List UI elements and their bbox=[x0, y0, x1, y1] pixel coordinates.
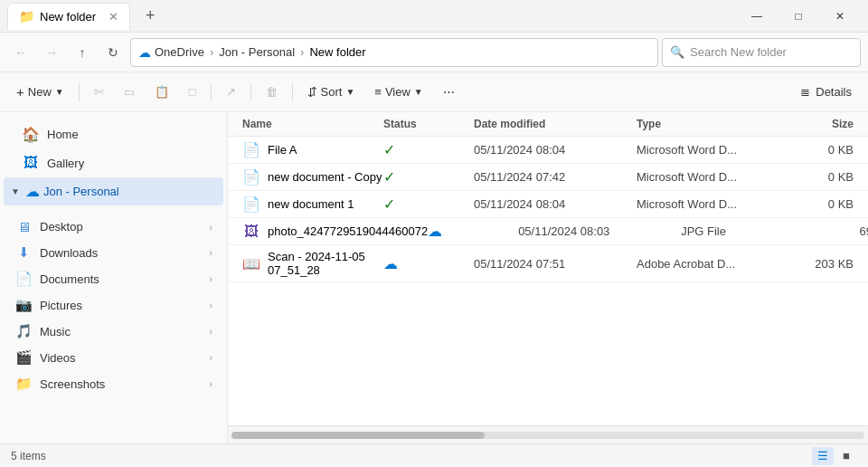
search-bar[interactable]: 🔍 Search New folder bbox=[662, 38, 861, 67]
toolbar-separator-4 bbox=[292, 83, 293, 101]
sidebar: 🏠 Home 🖼 Gallery ▼ ☁ Jon - Personal 🖥 De… bbox=[0, 112, 228, 443]
breadcrumb-jon-personal[interactable]: Jon - Personal bbox=[219, 45, 295, 59]
titlebar-tab[interactable]: 📁 New folder ✕ bbox=[7, 3, 130, 30]
sidebar-item-documents[interactable]: 📄 Documents › bbox=[4, 266, 223, 291]
file-list: 📄 File A ✓ 05/11/2024 08:04 Microsoft Wo… bbox=[228, 137, 868, 425]
sidebar-item-pictures[interactable]: 📷 Pictures › bbox=[4, 292, 223, 318]
sidebar-label-gallery: Gallery bbox=[47, 157, 84, 170]
sidebar-label-desktop: Desktop bbox=[40, 220, 83, 234]
file-date-3: 05/11/2024 08:03 bbox=[518, 224, 681, 238]
col-status[interactable]: Status bbox=[383, 118, 474, 130]
back-button[interactable]: ← bbox=[7, 39, 34, 66]
address-bar[interactable]: ☁ OneDrive › Jon - Personal › New folder bbox=[130, 38, 658, 67]
minimize-button[interactable]: — bbox=[736, 0, 778, 33]
forward-button[interactable]: → bbox=[38, 39, 65, 66]
sidebar-label-home: Home bbox=[47, 128, 79, 141]
sort-chevron: ▼ bbox=[345, 87, 354, 97]
sidebar-item-screenshots[interactable]: 📁 Screenshots › bbox=[4, 371, 223, 396]
new-icon: + bbox=[16, 84, 24, 100]
breadcrumb-current[interactable]: New folder bbox=[309, 45, 365, 59]
titlebar: 📁 New folder ✕ + — □ ✕ bbox=[0, 0, 868, 33]
synced-icon: ✓ bbox=[383, 169, 395, 185]
table-row[interactable]: 📄 new document 1 ✓ 05/11/2024 08:04 Micr… bbox=[228, 191, 868, 218]
delete-button[interactable]: 🗑 bbox=[257, 78, 287, 107]
file-name-2: 📄 new document 1 bbox=[242, 195, 383, 213]
col-type[interactable]: Type bbox=[637, 118, 781, 130]
paste-button[interactable]: 📋 bbox=[146, 78, 178, 107]
pdf-icon: 📖 bbox=[242, 255, 260, 272]
sidebar-item-downloads[interactable]: ⬇ Downloads › bbox=[4, 240, 223, 265]
file-label-0: File A bbox=[268, 143, 297, 157]
col-date[interactable]: Date modified bbox=[474, 118, 637, 130]
file-name-4: 📖 Scan - 2024-11-05 07_51_28 bbox=[242, 250, 383, 277]
folder-icon: 📁 bbox=[19, 9, 34, 24]
documents-icon: 📄 bbox=[14, 271, 33, 287]
pin-icon-screenshots: › bbox=[209, 378, 212, 389]
refresh-button[interactable]: ↻ bbox=[99, 39, 127, 66]
statusbar: 5 items ☰ ■ bbox=[0, 443, 868, 467]
table-row[interactable]: 📖 Scan - 2024-11-05 07_51_28 ☁ 05/11/202… bbox=[228, 245, 868, 282]
sidebar-label-music: Music bbox=[40, 325, 71, 338]
sidebar-item-desktop[interactable]: 🖥 Desktop › bbox=[4, 214, 223, 239]
sidebar-item-gallery[interactable]: 🖼 Gallery bbox=[4, 149, 223, 176]
up-button[interactable]: ↑ bbox=[69, 39, 96, 66]
close-button[interactable]: ✕ bbox=[819, 0, 861, 33]
downloads-icon: ⬇ bbox=[14, 244, 33, 261]
scrollbar-thumb[interactable] bbox=[231, 432, 485, 439]
table-row[interactable]: 📄 File A ✓ 05/11/2024 08:04 Microsoft Wo… bbox=[228, 137, 868, 164]
sidebar-item-music[interactable]: 🎵 Music › bbox=[4, 319, 223, 344]
content-area: Name Status Date modified Type Size 📄 Fi… bbox=[228, 112, 868, 443]
file-label-1: new document - Copy bbox=[268, 170, 382, 184]
sidebar-item-jon-personal[interactable]: ▼ ☁ Jon - Personal bbox=[4, 177, 223, 205]
col-name[interactable]: Name bbox=[242, 118, 383, 130]
sidebar-label-downloads: Downloads bbox=[40, 246, 98, 260]
tab-close[interactable]: ✕ bbox=[108, 10, 118, 24]
scrollbar-track[interactable] bbox=[231, 432, 864, 439]
file-name-1: 📄 new document - Copy bbox=[242, 168, 383, 186]
share-button[interactable]: ↗ bbox=[217, 78, 245, 107]
file-status-1: ✓ bbox=[383, 168, 474, 186]
list-view-button[interactable]: ☰ bbox=[812, 447, 834, 465]
cut-button[interactable]: ✄ bbox=[85, 78, 113, 107]
file-date-4: 05/11/2024 07:51 bbox=[474, 257, 637, 271]
new-chevron: ▼ bbox=[55, 87, 64, 97]
navbar: ← → ↑ ↻ ☁ OneDrive › Jon - Personal › Ne… bbox=[0, 33, 868, 72]
file-label-3: photo_4247729519044460072 bbox=[268, 224, 428, 238]
breadcrumb-onedrive[interactable]: OneDrive bbox=[155, 45, 204, 59]
grid-view-button[interactable]: ■ bbox=[835, 447, 857, 465]
details-icon: ≣ bbox=[800, 85, 810, 99]
copy-icon: ▭ bbox=[124, 85, 135, 99]
file-status-4: ☁ bbox=[383, 255, 474, 272]
sidebar-label-jon-personal: Jon - Personal bbox=[43, 185, 119, 198]
copy-button[interactable]: ▭ bbox=[115, 78, 144, 107]
sidebar-item-home[interactable]: 🏠 Home bbox=[4, 120, 223, 148]
sort-button[interactable]: ⇵ Sort ▼ bbox=[298, 78, 364, 107]
view-button[interactable]: ≡ View ▼ bbox=[365, 78, 431, 107]
horizontal-scrollbar[interactable] bbox=[228, 425, 868, 443]
new-button[interactable]: + New ▼ bbox=[7, 78, 73, 107]
more-button[interactable]: ⋯ bbox=[434, 78, 464, 107]
table-row[interactable]: 📄 new document - Copy ✓ 05/11/2024 07:42… bbox=[228, 164, 868, 191]
column-headers: Name Status Date modified Type Size bbox=[228, 112, 868, 137]
new-tab-button[interactable]: + bbox=[137, 4, 163, 29]
word-icon: 📄 bbox=[242, 141, 260, 158]
col-size[interactable]: Size bbox=[781, 118, 854, 130]
pin-icon-music: › bbox=[209, 326, 212, 337]
copy2-button[interactable]: □ bbox=[180, 78, 205, 107]
new-label: New bbox=[28, 85, 52, 99]
maximize-button[interactable]: □ bbox=[778, 0, 819, 33]
table-row[interactable]: 🖼 photo_4247729519044460072 ☁ 05/11/2024… bbox=[228, 218, 868, 245]
file-type-0: Microsoft Word D... bbox=[637, 143, 781, 157]
details-button[interactable]: ≣ Details bbox=[791, 78, 861, 107]
file-status-2: ✓ bbox=[383, 195, 474, 213]
file-date-0: 05/11/2024 08:04 bbox=[474, 143, 637, 157]
breadcrumb-sep1: › bbox=[210, 45, 213, 59]
file-label-2: new document 1 bbox=[268, 197, 354, 211]
file-type-4: Adobe Acrobat D... bbox=[637, 257, 781, 271]
paste-icon: 📋 bbox=[155, 85, 169, 99]
main-area: 🏠 Home 🖼 Gallery ▼ ☁ Jon - Personal 🖥 De… bbox=[0, 112, 868, 443]
synced-icon: ✓ bbox=[383, 196, 395, 212]
tab-title: New folder bbox=[40, 10, 96, 24]
sidebar-item-videos[interactable]: 🎬 Videos › bbox=[4, 345, 223, 370]
more-icon: ⋯ bbox=[443, 85, 455, 99]
